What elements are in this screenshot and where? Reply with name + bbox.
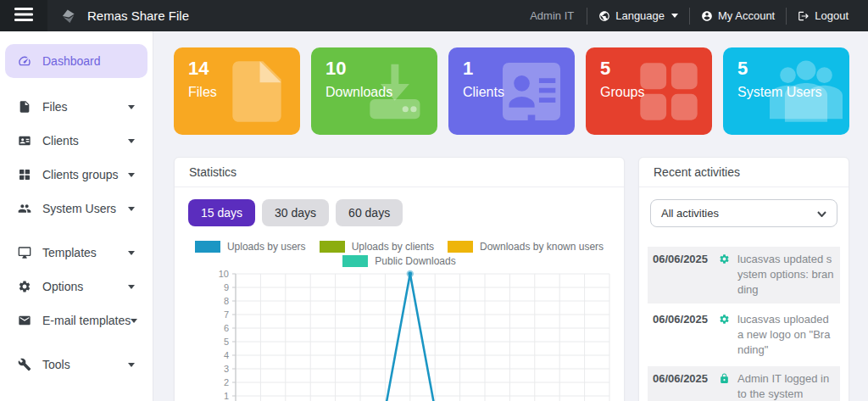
activity-date: 06/06/2025	[653, 371, 717, 401]
sidebar-item-label: E-mail templates	[42, 314, 131, 327]
svg-text:4: 4	[224, 350, 229, 360]
sidebar-item-system-users[interactable]: System Users	[5, 192, 147, 226]
sidebar-item-label: Clients groups	[42, 168, 119, 181]
caret-down-icon	[128, 251, 135, 255]
activity-row: 06/06/2025lucasvas uploaded a new logo o…	[648, 307, 840, 364]
legend-swatch	[342, 255, 368, 267]
recent-activities-title: Recent activities	[639, 158, 849, 187]
caret-down-icon	[128, 285, 135, 289]
caret-down-icon	[128, 363, 135, 367]
svg-text:3: 3	[224, 364, 229, 374]
legend-label: Uploads by clients	[352, 241, 434, 253]
statistics-panel-title: Statistics	[175, 158, 624, 187]
svg-text:6: 6	[224, 323, 229, 333]
sidebar-item-templates[interactable]: Templates	[5, 236, 147, 270]
id-card-big-icon	[495, 55, 568, 128]
svg-text:7: 7	[224, 309, 229, 320]
sidebar-item-label: Templates	[42, 246, 97, 259]
svg-text:1: 1	[224, 391, 229, 401]
topbar-item-label: My Account	[718, 9, 775, 22]
activity-row: 06/06/2025Admin IT logged in to the syst…	[648, 366, 840, 401]
sidebar-nav: DashboardFilesClientsClients groupsSyste…	[0, 44, 153, 382]
legend-label: Uploads by users	[227, 241, 306, 253]
caret-down-icon	[128, 173, 135, 177]
sidebar-item-dashboard[interactable]: Dashboard	[5, 44, 147, 78]
gear-icon	[719, 314, 731, 359]
sidebar-item-label: Tools	[42, 358, 70, 371]
range-button-15-days[interactable]: 15 days	[188, 199, 255, 226]
legend-label: Public Downloads	[375, 255, 455, 267]
caret-down-icon	[670, 14, 678, 18]
legend-item-downloads-by-known-users: Downloads by known users	[448, 241, 604, 253]
main-content: 14Files10Downloads1Clients5Groups5System…	[153, 31, 868, 401]
svg-text:8: 8	[224, 296, 229, 306]
caret-down-icon	[128, 139, 135, 143]
caret-down-icon	[128, 207, 135, 211]
recent-activities-panel: Recent activities All activities 06/06/2…	[638, 157, 849, 401]
legend-item-uploads-by-users: Uploads by users	[195, 241, 306, 253]
legend-swatch	[195, 241, 220, 253]
legend-item-uploads-by-clients: Uploads by clients	[320, 241, 434, 253]
sidebar-item-clients[interactable]: Clients	[5, 124, 147, 158]
range-buttons: 15 days30 days60 days	[188, 199, 610, 226]
current-user-label: Admin IT	[517, 9, 587, 22]
chevron-down-icon	[817, 207, 826, 220]
panels-row: Statistics 15 days30 days60 days Uploads…	[174, 157, 849, 401]
topbar-item-label: Language	[615, 9, 665, 22]
activity-date: 06/06/2025	[653, 252, 717, 298]
id-card-icon	[18, 134, 33, 148]
statistics-panel: Statistics 15 days30 days60 days Uploads…	[174, 157, 625, 401]
activity-text: lucasvas updated system options: brandin…	[737, 252, 835, 298]
wrench-icon	[18, 358, 33, 371]
activity-list: 06/06/2025lucasvas updated system option…	[648, 247, 840, 401]
stat-cards-row: 14Files10Downloads1Clients5Groups5System…	[174, 47, 849, 135]
topbar-item-logout[interactable]: Logout	[787, 0, 860, 31]
activity-row: 06/06/2025lucasvas updated system option…	[648, 247, 840, 304]
download-big-icon	[358, 55, 431, 128]
stat-card-groups[interactable]: 5Groups	[586, 47, 712, 135]
sidebar-item-options[interactable]: Options	[5, 270, 147, 304]
logout-icon	[798, 10, 810, 22]
stat-card-files[interactable]: 14Files	[174, 47, 300, 135]
stat-card-downloads[interactable]: 10Downloads	[311, 47, 437, 135]
caret-down-icon	[128, 105, 135, 109]
legend-item-public-downloads: Public Downloads	[342, 255, 455, 267]
sidebar-item-files[interactable]: Files	[5, 90, 147, 124]
activities-filter-value: All activities	[661, 207, 719, 220]
topbar-item-label: Logout	[815, 9, 849, 22]
menu-toggle-button[interactable]	[0, 0, 47, 31]
monitor-icon	[18, 246, 33, 259]
sidebar-item-label: Dashboard	[42, 54, 101, 68]
statistics-chart: 012345678910	[188, 269, 610, 401]
sidebar-item-clients-groups[interactable]: Clients groups	[5, 158, 147, 192]
file-icon	[18, 100, 33, 114]
stat-card-system-users[interactable]: 5System Users	[723, 47, 849, 135]
gear-icon	[18, 280, 33, 293]
hamburger-icon	[14, 8, 33, 25]
legend-swatch	[448, 241, 473, 253]
sidebar-item-tools[interactable]: Tools	[5, 348, 147, 382]
users-big-icon	[770, 55, 843, 128]
range-button-30-days[interactable]: 30 days	[262, 199, 329, 226]
activities-filter-select[interactable]: All activities	[650, 199, 837, 227]
stat-card-clients[interactable]: 1Clients	[448, 47, 575, 135]
topbar-item-my-account[interactable]: My Account	[690, 0, 786, 31]
caret-down-icon	[131, 319, 137, 323]
envelope-icon	[18, 314, 33, 327]
app-title: Remas Share File	[87, 8, 189, 23]
topbar: Remas Share File Admin IT LanguageMy Acc…	[0, 0, 868, 31]
person-icon	[701, 10, 713, 22]
sidebar-item-e-mail-templates[interactable]: E-mail templates	[5, 304, 147, 337]
sidebar-item-label: Clients	[42, 134, 79, 148]
users-icon	[18, 202, 33, 215]
legend-label: Downloads by known users	[480, 241, 604, 253]
sidebar-item-label: System Users	[42, 202, 116, 215]
app-logo-icon	[60, 8, 77, 25]
sidebar-item-label: Options	[42, 280, 83, 293]
range-button-60-days[interactable]: 60 days	[336, 199, 403, 226]
topbar-item-language[interactable]: Language	[587, 0, 689, 31]
topbar-menu: Admin IT LanguageMy AccountLogout	[517, 0, 868, 31]
globe-icon	[598, 10, 610, 22]
grid-icon	[18, 168, 33, 181]
dashboard-icon	[18, 54, 33, 68]
